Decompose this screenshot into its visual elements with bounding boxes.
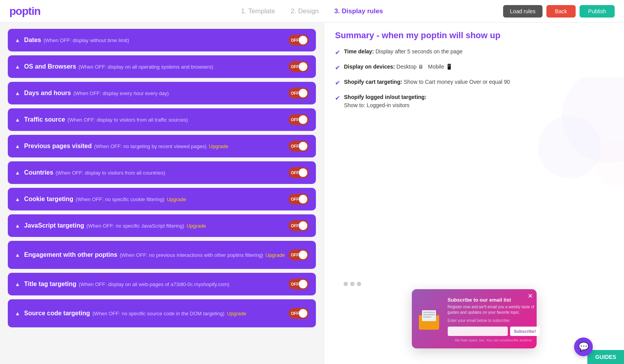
popup-preview: ✕ Subscribe to our email list Register n… (412, 289, 537, 348)
toggle-container-title-tag: OFF (289, 279, 309, 290)
nav-step-template[interactable]: 1. Template (241, 7, 275, 15)
toggle-days-hours[interactable]: OFF (289, 88, 309, 99)
rule-left-source-code: ▲Source code targeting (When OFF: no spe… (15, 310, 246, 317)
rule-title-previous-pages: Previous pages visited (24, 143, 92, 150)
rule-title-title-tag: Title tag targeting (24, 281, 76, 288)
upgrade-link-engagement[interactable]: Upgrade (266, 252, 285, 258)
svg-point-1 (538, 116, 601, 178)
summary-key-time-delay: Time delay: (344, 48, 374, 55)
rule-title-wrap-javascript-targeting: JavaScript targeting (When OFF: no speci… (24, 222, 206, 229)
toggle-traffic-source[interactable]: OFF (289, 114, 309, 125)
rule-row-source-code[interactable]: ▲Source code targeting (When OFF: no spe… (8, 299, 316, 327)
popup-close-icon[interactable]: ✕ (528, 292, 533, 300)
popup-input-label: Enter your email below to subscribe: (448, 318, 540, 323)
toggle-container-source-code: OFF (289, 308, 309, 319)
chevron-icon-source-code: ▲ (15, 310, 20, 316)
nav-step-display-rules[interactable]: 3. Display rules (334, 7, 383, 15)
nav-steps: 1. Template 2. Design 3. Display rules (241, 7, 383, 15)
rule-desc-previous-pages: (When OFF: no targeting by recent viewed… (94, 143, 206, 149)
chat-icon: 💬 (578, 342, 589, 352)
toggle-container-cookie-targeting: OFF (289, 194, 309, 205)
popup-preview-area: ✕ Subscribe to our email list Register n… (332, 282, 616, 348)
upgrade-link-javascript-targeting[interactable]: Upgrade (186, 223, 206, 229)
toggle-label-traffic-source: OFF (291, 118, 299, 122)
toggle-dates[interactable]: OFF (289, 35, 309, 46)
nav-step-design[interactable]: 2. Design (291, 7, 319, 15)
left-panel: ▲Dates (When OFF: display without time l… (0, 23, 324, 364)
upgrade-link-source-code[interactable]: Upgrade (227, 311, 246, 316)
rule-row-dates[interactable]: ▲Dates (When OFF: display without time l… (8, 29, 316, 51)
rule-title-cookie-targeting: Cookie targeting (24, 196, 73, 203)
rule-left-previous-pages: ▲Previous pages visited (When OFF: no ta… (15, 143, 228, 150)
toggle-label-cookie-targeting: OFF (291, 197, 299, 201)
check-icon-devices: ✔ (335, 63, 340, 72)
chevron-icon-previous-pages: ▲ (15, 143, 20, 149)
chat-bubble[interactable]: 💬 (574, 337, 593, 356)
toggle-label-javascript-targeting: OFF (291, 224, 299, 228)
back-button[interactable]: Back (546, 5, 576, 18)
toggle-source-code[interactable]: OFF (289, 308, 309, 319)
rule-desc-dates: (When OFF: display without time limit) (43, 37, 129, 43)
toggle-container-javascript-targeting: OFF (289, 220, 309, 231)
chevron-icon-engagement: ▲ (15, 252, 20, 258)
rule-row-javascript-targeting[interactable]: ▲JavaScript targeting (When OFF: no spec… (8, 214, 316, 237)
summary-key-shopify-login: Shopify logged in/out targeting: (344, 94, 427, 100)
rule-desc-source-code: (When OFF: no specific source code in th… (92, 311, 225, 316)
rule-row-previous-pages[interactable]: ▲Previous pages visited (When OFF: no ta… (8, 135, 316, 157)
rule-title-source-code: Source code targeting (24, 310, 90, 317)
rule-left-dates: ▲Dates (When OFF: display without time l… (15, 37, 129, 44)
rule-row-cookie-targeting[interactable]: ▲Cookie targeting (When OFF: no specific… (8, 188, 316, 210)
rule-desc-os-browsers: (When OFF: display on all operating syst… (78, 64, 213, 70)
rule-title-wrap-countries: Countries (When OFF: display to visitors… (24, 169, 165, 176)
chevron-icon-traffic-source: ▲ (15, 117, 20, 123)
toggle-javascript-targeting[interactable]: OFF (289, 220, 309, 231)
dot-1 (344, 282, 348, 286)
popup-email-input[interactable] (448, 327, 508, 336)
chevron-icon-countries: ▲ (15, 170, 20, 176)
main-content: ▲Dates (When OFF: display without time l… (0, 23, 624, 364)
rule-row-os-browsers[interactable]: ▲OS and Browsers (When OFF: display on a… (8, 55, 316, 78)
summary-key-devices: Display on devices: (344, 64, 395, 70)
upgrade-link-cookie-targeting[interactable]: Upgrade (167, 196, 186, 202)
rule-title-wrap-days-hours: Days and hours (When OFF: display every … (24, 90, 169, 97)
rule-title-engagement: Engagement with other poptins (24, 251, 117, 258)
rule-row-countries[interactable]: ▲Countries (When OFF: display to visitor… (8, 161, 316, 184)
rule-row-days-hours[interactable]: ▲Days and hours (When OFF: display every… (8, 82, 316, 104)
summary-val-shopify-cart: Show to Cart money value Over or equal 9… (404, 79, 510, 85)
rule-left-traffic-source: ▲Traffic source (When OFF: display to vi… (15, 116, 188, 123)
rule-desc-title-tag: (When OFF: display on all web-pages of a… (79, 281, 229, 287)
toggle-container-engagement: OFF (289, 249, 309, 260)
rule-left-javascript-targeting: ▲JavaScript targeting (When OFF: no spec… (15, 222, 206, 229)
toggle-title-tag[interactable]: OFF (289, 279, 309, 290)
dot-3 (357, 282, 361, 286)
chevron-icon-days-hours: ▲ (15, 90, 20, 96)
rule-title-wrap-engagement: Engagement with other poptins (When OFF:… (24, 251, 285, 258)
check-icon-time-delay: ✔ (335, 48, 340, 57)
header-actions: Load rules Back Publish (503, 5, 615, 18)
publish-button[interactable]: Publish (580, 5, 615, 18)
rule-row-traffic-source[interactable]: ▲Traffic source (When OFF: display to vi… (8, 108, 316, 131)
upgrade-link-previous-pages[interactable]: Upgrade (209, 143, 229, 149)
dot-2 (350, 282, 355, 286)
toggle-engagement[interactable]: OFF (289, 249, 309, 260)
toggle-os-browsers[interactable]: OFF (289, 61, 309, 72)
toggle-cookie-targeting[interactable]: OFF (289, 194, 309, 205)
toggle-label-days-hours: OFF (291, 91, 299, 95)
rule-row-engagement[interactable]: ▲Engagement with other poptins (When OFF… (8, 241, 316, 269)
toggle-container-os-browsers: OFF (289, 61, 309, 72)
rule-left-os-browsers: ▲OS and Browsers (When OFF: display on a… (15, 63, 213, 70)
toggle-label-os-browsers: OFF (291, 65, 299, 69)
guides-button[interactable]: GUIDES (587, 350, 624, 364)
popup-subscribe-button[interactable]: Subscribe! (510, 327, 540, 336)
rule-title-os-browsers: OS and Browsers (24, 63, 76, 70)
rule-desc-javascript-targeting: (When OFF: no specific JavaScript filter… (87, 223, 184, 229)
popup-footer-text: We hate spam, too. You can unsubscribe a… (448, 338, 540, 342)
toggle-label-engagement: OFF (291, 253, 299, 257)
rule-row-title-tag[interactable]: ▲Title tag targeting (When OFF: display … (8, 273, 316, 295)
toggle-countries[interactable]: OFF (289, 167, 309, 178)
rule-title-wrap-previous-pages: Previous pages visited (When OFF: no tar… (24, 143, 229, 150)
rule-left-countries: ▲Countries (When OFF: display to visitor… (15, 169, 165, 176)
load-rules-button[interactable]: Load rules (503, 5, 542, 18)
check-icon-shopify-login: ✔ (335, 94, 340, 103)
toggle-previous-pages[interactable]: OFF (289, 141, 309, 152)
